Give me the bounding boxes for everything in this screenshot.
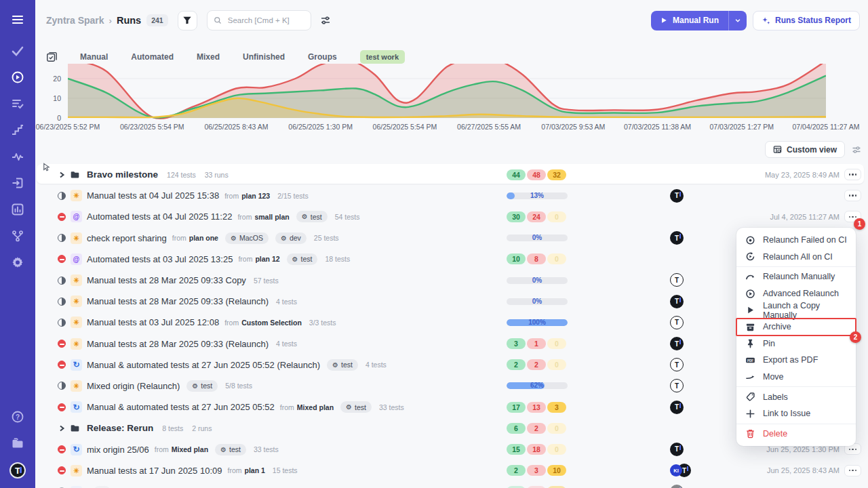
run-name[interactable]: Manual tests at 28 Mar 2025 09:33 (Relau… [87,296,269,306]
menu-item-relaunch-all-on-ci[interactable]: Relaunch All on CI [736,249,856,266]
sidebar-runs-icon[interactable] [10,70,25,85]
run-name[interactable]: Mixed origin (Relaunch) [87,381,180,391]
sidebar-milestones-icon[interactable] [10,123,25,138]
from-label: from [224,192,239,200]
tab-mixed[interactable]: Mixed [197,52,220,62]
run-row[interactable]: @Automated tests at 04 Jul 2025 11:22fro… [41,206,863,227]
progress-bar: 0% [507,298,568,305]
avatar-outline[interactable]: T [670,358,684,371]
run-name[interactable]: Manual & automated tests at 27 Jun 2025 … [87,402,275,412]
row-menu-button[interactable] [844,465,861,476]
folder-name[interactable]: Release: Rerun [87,423,153,433]
avatar[interactable]: T [670,231,684,245]
plan-name[interactable]: plan one [189,234,218,242]
env-tag[interactable]: ⚙test [327,359,358,371]
avatar-outline[interactable]: T [670,379,684,392]
sidebar-workspace-avatar[interactable]: T [9,462,26,479]
view-settings-icon[interactable] [852,145,861,155]
tab-automated[interactable]: Automated [131,52,174,62]
menu-item-pin[interactable]: Pin [736,336,856,352]
run-name[interactable]: Manual tests at 28 Mar 2025 09:33 (Relau… [87,339,269,349]
plan-name[interactable]: Mixed plan [297,403,334,411]
env-tag[interactable]: ⚙MacOS [225,232,269,244]
assignee-avatars: T [670,443,684,456]
search-input[interactable] [226,16,304,25]
avatar[interactable]: T [670,443,684,456]
avatar-outline[interactable]: T [670,316,684,329]
run-name[interactable]: Automated tests at 04 Jul 2025 11:22 [87,211,232,222]
avatar[interactable]: T [670,189,684,203]
sidebar-test-plans-icon[interactable] [10,96,25,111]
avatar[interactable]: T [670,337,684,350]
menu-item-delete[interactable]: Delete [736,426,856,443]
sidebar-analytics-icon[interactable] [10,202,25,217]
sidebar-tests-icon[interactable] [10,43,25,58]
breadcrumb-project[interactable]: Zyntra Spark [46,15,104,26]
menu-item-relaunch-failed-on-ci[interactable]: Relaunch Failed on CI [736,232,856,249]
plan-name[interactable]: plan 1 [244,466,264,474]
sidebar-menu-icon[interactable] [10,12,25,27]
tab-groups[interactable]: Groups [308,52,337,62]
env-tag[interactable]: ⚙test [287,253,318,265]
expand-chevron-icon[interactable] [58,425,65,432]
manual-run-dropdown-button[interactable] [728,11,747,30]
env-tag[interactable]: ⚙dev [275,232,307,244]
folder-row[interactable]: Bravo milestone124 tests33 runs444832May… [41,164,863,185]
menu-item-labels[interactable]: Labels [736,388,856,405]
env-tag[interactable]: ⚙test [186,380,218,392]
plan-name[interactable]: small plan [254,213,289,221]
select-all-icon[interactable] [46,52,57,62]
menu-item-relaunch-manually[interactable]: Relaunch Manually [736,268,856,285]
avatar[interactable]: T [670,295,684,308]
sidebar-settings-icon[interactable] [10,255,25,270]
expand-chevron-icon[interactable] [58,171,65,178]
sidebar-import-icon[interactable] [10,176,25,190]
tab-unfinished[interactable]: Unfinished [243,52,285,62]
menu-item-archive[interactable]: Archive [736,319,856,336]
run-name[interactable]: Automated tests at 03 Jul 2025 13:25 [87,254,233,264]
plan-name[interactable]: Mixed plan [172,445,208,453]
row-menu-button[interactable] [844,169,861,180]
run-name[interactable]: Manual & automated tests at 27 Jun 2025 … [87,360,320,370]
custom-view-button[interactable]: Custom view [765,141,845,158]
run-row[interactable]: ✳Manual tests at 04 Jul 2025 15:38frompl… [41,185,863,206]
row-menu-button[interactable] [844,190,861,201]
avatar-outline[interactable]: T [670,273,684,287]
env-tag[interactable]: ⚙test [340,401,372,413]
plan-name[interactable]: plan 123 [241,192,270,200]
avatar-ki[interactable]: KI [670,464,682,476]
avatar[interactable]: T [670,401,684,414]
plan-name[interactable]: Custom Selection [241,319,302,327]
run-row[interactable]: ↻⚙ T [41,481,863,488]
folder-name[interactable]: Bravo milestone [87,169,158,180]
run-name[interactable]: mix origin 25/06 [87,445,149,455]
run-name[interactable]: Manual tests at 28 Mar 2025 09:33 Copy [87,275,246,285]
manual-run-button[interactable]: Manual Run [651,11,728,30]
gear-icon: ⚙ [302,213,308,220]
run-name[interactable]: Manual tests at 04 Jul 2025 15:38 [87,190,219,201]
menu-item-advanced-relaunch[interactable]: Advanced Relaunch [736,285,856,302]
tests-count: 4 tests [276,298,297,306]
runs-status-report-button[interactable]: Runs Status Report [753,11,860,30]
sidebar-projects-icon[interactable] [10,436,25,451]
run-name[interactable]: Manual tests at 17 Jun 2025 10:09 [87,466,222,476]
sidebar-pulse-icon[interactable] [10,149,25,164]
sidebar-help-icon[interactable]: ? [10,409,25,424]
env-tag[interactable]: ⚙test [215,444,246,455]
menu-item-link-to-issue[interactable]: Link to Issue [736,405,856,422]
active-filter-chip[interactable]: test work [360,50,405,64]
menu-item-export-as-pdf[interactable]: PDFExport as PDF [736,352,856,369]
avatar[interactable]: T [670,485,684,488]
env-tag[interactable]: ⚙test [296,211,328,222]
search-box[interactable] [207,10,311,30]
tab-manual[interactable]: Manual [80,52,108,62]
run-name[interactable]: check report sharing [87,233,167,243]
sidebar-branches-icon[interactable] [10,228,25,243]
run-row[interactable]: ✳Manual tests at 17 Jun 2025 10:09frompl… [41,460,863,481]
menu-item-move[interactable]: Move [736,369,856,386]
tune-filters-icon[interactable] [320,15,331,26]
menu-item-launch-a-copy-manually[interactable]: Launch a Copy Manually [736,302,856,319]
plan-name[interactable]: plan 12 [255,255,279,263]
run-name[interactable]: Manual tests at 03 Jul 2025 12:08 [87,317,219,327]
filter-button[interactable] [178,11,197,30]
